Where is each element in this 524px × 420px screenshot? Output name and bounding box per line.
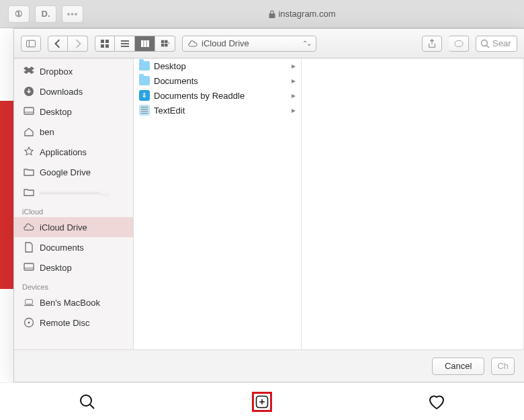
address-bar[interactable]: instagram.com (89, 9, 516, 19)
back-button[interactable] (48, 36, 68, 52)
svg-point-28 (81, 395, 91, 406)
desktop-icon (24, 106, 34, 117)
cancel-button[interactable]: Cancel (432, 358, 484, 375)
sidebar-label: Ben's MacBook (40, 298, 100, 308)
svg-rect-9 (141, 40, 144, 47)
svg-rect-24 (26, 300, 33, 304)
file-row-readdle[interactable]: ⇩ Documents by Readdle ▸ (134, 88, 301, 103)
sidebar-label: Dropbox (40, 67, 73, 77)
sidebar-item-remote-disc[interactable]: Remote Disc (14, 312, 133, 333)
chevron-right-icon: ▸ (292, 76, 296, 85)
downloads-icon (24, 86, 34, 97)
file-picker-footer: Cancel Ch (14, 349, 524, 382)
nav-buttons (48, 36, 88, 52)
file-picker-sheet: iCloud Drive ⌃⌄ Sear Dropbox Downloads D… (13, 28, 524, 382)
choose-label: Ch (497, 361, 509, 371)
file-row-desktop[interactable]: Desktop ▸ (134, 58, 301, 73)
folder-icon (24, 167, 34, 177)
share-icon (427, 39, 437, 48)
file-row-documents[interactable]: Documents ▸ (134, 73, 301, 88)
sidebar-label: Documents (40, 243, 84, 253)
view-list-button[interactable] (115, 36, 135, 52)
grid-icon (100, 39, 110, 48)
search-icon (79, 393, 96, 411)
file-row-textedit[interactable]: TextEdit ▸ (134, 103, 301, 118)
sidebar-section-icloud: iCloud (14, 202, 133, 217)
sidebar-item-downloads[interactable]: Downloads (14, 81, 133, 101)
heart-icon (427, 393, 446, 411)
view-columns-button[interactable] (135, 36, 155, 52)
svg-point-17 (482, 40, 488, 46)
instagram-bottom-nav (0, 382, 524, 420)
extension-2-label: D. (42, 9, 50, 19)
nav-activity-button[interactable] (427, 392, 447, 412)
choose-button[interactable]: Ch (491, 358, 515, 375)
sidebar-item-documents[interactable]: Documents (14, 237, 133, 257)
sidebar-icon (26, 39, 36, 48)
cloud-icon (188, 39, 198, 48)
readdle-icon: ⇩ (139, 90, 150, 101)
applications-icon (24, 146, 34, 157)
chevron-right-icon (73, 39, 83, 48)
view-icons-button[interactable] (95, 36, 115, 52)
sidebar-label: ben (40, 127, 54, 137)
file-picker-toolbar: iCloud Drive ⌃⌄ Sear (14, 29, 524, 58)
svg-rect-2 (101, 40, 104, 43)
sidebar-toggle-button[interactable] (21, 36, 41, 52)
column-browser: Desktop ▸ Documents ▸ ⇩ Documents by Rea… (134, 58, 524, 349)
svg-rect-0 (26, 40, 35, 47)
list-icon (120, 39, 130, 48)
extension-button-1[interactable]: ① (8, 5, 30, 23)
svg-rect-14 (161, 44, 163, 46)
svg-line-18 (487, 45, 490, 48)
background-accent (0, 101, 13, 289)
sidebar-item-google-drive[interactable]: Google Drive (14, 162, 133, 182)
tags-button[interactable] (449, 36, 469, 52)
column-1: Desktop ▸ Documents ▸ ⇩ Documents by Rea… (134, 58, 302, 349)
desktop-icon (24, 262, 34, 273)
path-dropdown[interactable]: iCloud Drive ⌃⌄ (182, 36, 316, 52)
sidebar-label: iCloud Drive (40, 222, 87, 233)
sidebar-item-applications[interactable]: Applications (14, 142, 133, 162)
sidebar-item-home[interactable]: ben (14, 122, 133, 142)
gallery-icon (161, 39, 170, 48)
extension-more-button[interactable]: ••• (62, 5, 83, 23)
search-placeholder: Sear (492, 38, 511, 48)
cloud-icon (24, 222, 34, 233)
search-field[interactable]: Sear (476, 36, 517, 52)
nav-search-button[interactable] (77, 392, 97, 412)
sidebar-item-macbook[interactable]: Ben's MacBook (14, 292, 133, 312)
dropbox-icon (24, 66, 34, 77)
file-label: Documents (154, 76, 198, 86)
disc-icon (24, 317, 34, 328)
sidebar-item-redacted[interactable]: ———————… (14, 182, 133, 202)
svg-rect-3 (105, 40, 109, 43)
address-domain: instagram.com (278, 9, 335, 19)
sidebar-label: Remote Disc (40, 318, 89, 328)
path-label: iCloud Drive (202, 38, 249, 48)
chevron-right-icon: ▸ (292, 106, 296, 115)
view-mode-buttons (95, 36, 175, 52)
chevron-left-icon (53, 39, 62, 48)
folder-icon (139, 76, 150, 85)
sidebar-item-dropbox[interactable]: Dropbox (14, 61, 133, 81)
svg-rect-13 (165, 40, 167, 42)
lock-icon (269, 10, 275, 18)
file-label: Desktop (154, 61, 186, 71)
nav-create-button[interactable] (252, 392, 272, 412)
svg-rect-10 (144, 40, 146, 47)
sidebar-item-desktop[interactable]: Desktop (14, 101, 133, 122)
sidebar-section-devices: Devices (14, 278, 133, 292)
sidebar-item-desktop-icloud[interactable]: Desktop (14, 257, 133, 278)
extension-button-2[interactable]: D. (35, 5, 56, 23)
folder-icon (139, 61, 150, 71)
svg-rect-22 (24, 263, 34, 270)
share-button[interactable] (422, 36, 442, 52)
view-gallery-button[interactable] (155, 36, 175, 52)
column-2 (302, 58, 524, 349)
forward-button[interactable] (68, 36, 88, 52)
cancel-label: Cancel (445, 361, 472, 371)
sidebar-item-icloud-drive[interactable]: iCloud Drive (14, 217, 133, 237)
svg-point-27 (28, 322, 30, 324)
svg-rect-4 (101, 44, 104, 48)
